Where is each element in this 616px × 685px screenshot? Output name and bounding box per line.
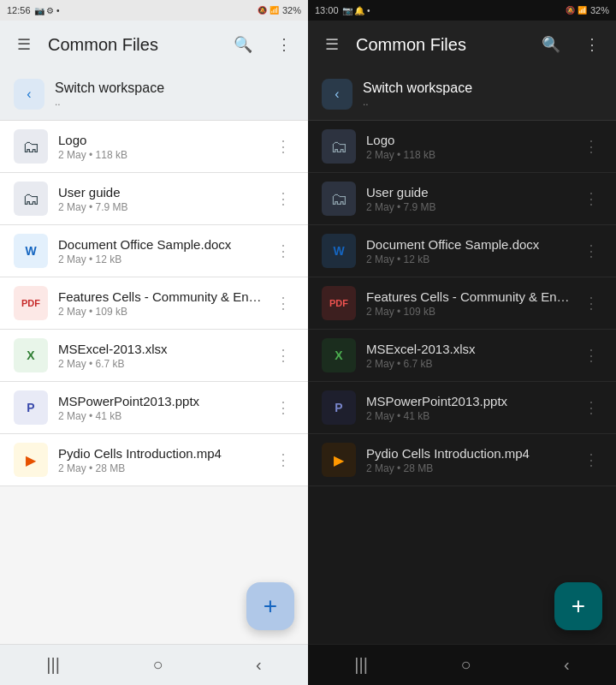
app-title-right: Common Files: [356, 35, 527, 55]
file-name-left-2: Document Office Sample.docx: [58, 237, 262, 252]
file-item-left-3[interactable]: PDF Features Cells - Community & Enterpr…: [0, 277, 308, 330]
nav-bar-left: ||| ○ ‹: [0, 644, 308, 685]
file-item-left-2[interactable]: W Document Office Sample.docx 2 May • 12…: [0, 225, 308, 277]
more-btn-right-1[interactable]: ⋮: [580, 186, 602, 211]
more-icon-left: ⋮: [276, 35, 292, 54]
right-panel: 13:00 📷 🔔 • 🔕 📶 32% ☰ Common Files 🔍 ⋮ ‹…: [308, 0, 616, 685]
file-icon-pdf-dark: PDF: [322, 286, 356, 320]
file-item-right-4[interactable]: X MSExcel-2013.xlsx 2 May • 6.7 kB ⋮: [308, 330, 616, 382]
search-button-right[interactable]: 🔍: [534, 27, 568, 62]
back-icon-left: ‹: [14, 79, 44, 110]
file-item-left-5[interactable]: P MSPowerPoint2013.pptx 2 May • 41 kB ⋮: [0, 382, 308, 434]
more-btn-right-5[interactable]: ⋮: [580, 395, 602, 420]
file-item-left-6[interactable]: ▶ Pydio Cells Introduction.mp4 2 May • 2…: [0, 434, 308, 486]
nav-bar-right: ||| ○ ‹: [308, 644, 616, 685]
file-name-right-3: Features Cells - Community & Enterpr…: [366, 289, 570, 304]
more-button-right[interactable]: ⋮: [575, 27, 609, 62]
more-btn-left-1[interactable]: ⋮: [272, 186, 294, 211]
file-info-right-3: Features Cells - Community & Enterpr… 2 …: [366, 289, 570, 318]
file-icon-docx: W: [14, 234, 48, 268]
file-info-left-5: MSPowerPoint2013.pptx 2 May • 41 kB: [58, 394, 262, 422]
menu-button-left[interactable]: ☰: [7, 27, 41, 62]
file-item-left-1[interactable]: 🗂 User guide 2 May • 7.9 MB ⋮: [0, 173, 308, 225]
file-meta-right-4: 2 May • 6.7 kB: [366, 358, 570, 370]
file-info-right-5: MSPowerPoint2013.pptx 2 May • 41 kB: [366, 394, 570, 422]
file-info-right-6: Pydio Cells Introduction.mp4 2 May • 28 …: [366, 446, 570, 474]
time-right: 13:00: [315, 5, 339, 15]
file-meta-right-1: 2 May • 7.9 MB: [366, 201, 570, 213]
switch-workspace-right[interactable]: ‹ Switch workspace ..: [308, 68, 616, 121]
more-btn-right-4[interactable]: ⋮: [580, 342, 602, 368]
file-icon-folder-1: 🗂: [14, 182, 48, 216]
file-icon-pdf: PDF: [14, 286, 48, 320]
fab-right[interactable]: +: [554, 582, 602, 630]
search-button-left[interactable]: 🔍: [226, 27, 260, 62]
file-meta-left-4: 2 May • 6.7 kB: [58, 358, 262, 370]
battery-left: 32%: [282, 5, 301, 15]
file-meta-right-3: 2 May • 109 kB: [366, 306, 570, 318]
nav-menu-left[interactable]: |||: [46, 655, 60, 675]
file-item-right-6[interactable]: ▶ Pydio Cells Introduction.mp4 2 May • 2…: [308, 434, 616, 486]
status-time-right: 13:00 📷 🔔 •: [315, 5, 370, 15]
file-item-right-5[interactable]: P MSPowerPoint2013.pptx 2 May • 41 kB ⋮: [308, 382, 616, 434]
more-button-left[interactable]: ⋮: [267, 27, 301, 62]
nav-back-left[interactable]: ‹: [256, 655, 262, 675]
switch-workspace-info-right: Switch workspace ..: [363, 80, 472, 108]
status-bar-right: 13:00 📷 🔔 • 🔕 📶 32%: [308, 0, 616, 21]
file-name-right-6: Pydio Cells Introduction.mp4: [366, 446, 570, 461]
more-btn-left-3[interactable]: ⋮: [272, 290, 294, 316]
file-name-right-2: Document Office Sample.docx: [366, 237, 570, 252]
fab-left[interactable]: +: [246, 582, 294, 630]
more-btn-left-4[interactable]: ⋮: [272, 342, 294, 368]
file-info-left-0: Logo 2 May • 118 kB: [58, 133, 262, 161]
more-btn-right-2[interactable]: ⋮: [580, 238, 602, 264]
file-item-right-2[interactable]: W Document Office Sample.docx 2 May • 12…: [308, 225, 616, 277]
switch-workspace-label-left: Switch workspace: [55, 80, 164, 96]
more-btn-right-3[interactable]: ⋮: [580, 290, 602, 316]
left-panel: 12:56 📷 ⚙ • 🔕 📶 32% ☰ Common Files 🔍 ⋮ ‹…: [0, 0, 308, 685]
time-left: 12:56: [7, 5, 31, 15]
file-item-left-4[interactable]: X MSExcel-2013.xlsx 2 May • 6.7 kB ⋮: [0, 330, 308, 382]
file-name-left-1: User guide: [58, 185, 262, 200]
file-icon-pptx-dark: P: [322, 390, 356, 425]
switch-workspace-left[interactable]: ‹ Switch workspace ..: [0, 68, 308, 121]
file-name-right-4: MSExcel-2013.xlsx: [366, 342, 570, 356]
file-info-right-2: Document Office Sample.docx 2 May • 12 k…: [366, 237, 570, 265]
file-icon-xlsx: X: [14, 338, 48, 372]
more-btn-right-6[interactable]: ⋮: [580, 447, 602, 473]
more-btn-left-2[interactable]: ⋮: [272, 238, 294, 264]
more-icon-right: ⋮: [584, 35, 600, 54]
more-btn-right-0[interactable]: ⋮: [580, 134, 602, 159]
file-meta-left-2: 2 May • 12 kB: [58, 253, 262, 265]
nav-menu-right[interactable]: |||: [354, 655, 368, 675]
file-item-left-0[interactable]: 🗂 Logo 2 May • 118 kB ⋮: [0, 121, 308, 173]
file-info-left-6: Pydio Cells Introduction.mp4 2 May • 28 …: [58, 446, 262, 474]
file-meta-left-5: 2 May • 41 kB: [58, 410, 262, 422]
file-item-right-0[interactable]: 🗂 Logo 2 May • 118 kB ⋮: [308, 121, 616, 173]
app-bar-right: ☰ Common Files 🔍 ⋮: [308, 21, 616, 68]
nav-back-right[interactable]: ‹: [564, 655, 570, 675]
file-info-right-0: Logo 2 May • 118 kB: [366, 133, 570, 161]
file-name-left-6: Pydio Cells Introduction.mp4: [58, 446, 262, 461]
search-icon-left: 🔍: [234, 35, 252, 54]
battery-right: 32%: [590, 5, 609, 15]
status-bar-left: 12:56 📷 ⚙ • 🔕 📶 32%: [0, 0, 308, 21]
more-btn-left-5[interactable]: ⋮: [272, 395, 294, 420]
file-item-right-3[interactable]: PDF Features Cells - Community & Enterpr…: [308, 277, 616, 330]
more-btn-left-6[interactable]: ⋮: [272, 447, 294, 473]
file-name-right-5: MSPowerPoint2013.pptx: [366, 394, 570, 408]
file-meta-right-2: 2 May • 12 kB: [366, 253, 570, 265]
file-icon-docx-dark: W: [322, 234, 356, 268]
nav-home-left[interactable]: ○: [152, 655, 163, 675]
file-info-right-1: User guide 2 May • 7.9 MB: [366, 185, 570, 213]
file-meta-right-5: 2 May • 41 kB: [366, 410, 570, 422]
file-name-left-0: Logo: [58, 133, 262, 147]
more-btn-left-0[interactable]: ⋮: [272, 134, 294, 159]
menu-button-right[interactable]: ☰: [315, 27, 349, 62]
file-name-right-0: Logo: [366, 133, 570, 147]
app-bar-left: ☰ Common Files 🔍 ⋮: [0, 21, 308, 68]
nav-home-right[interactable]: ○: [460, 655, 471, 675]
file-meta-left-0: 2 May • 118 kB: [58, 149, 262, 161]
file-name-left-3: Features Cells - Community & Enterpr…: [58, 289, 262, 304]
file-item-right-1[interactable]: 🗂 User guide 2 May • 7.9 MB ⋮: [308, 173, 616, 225]
